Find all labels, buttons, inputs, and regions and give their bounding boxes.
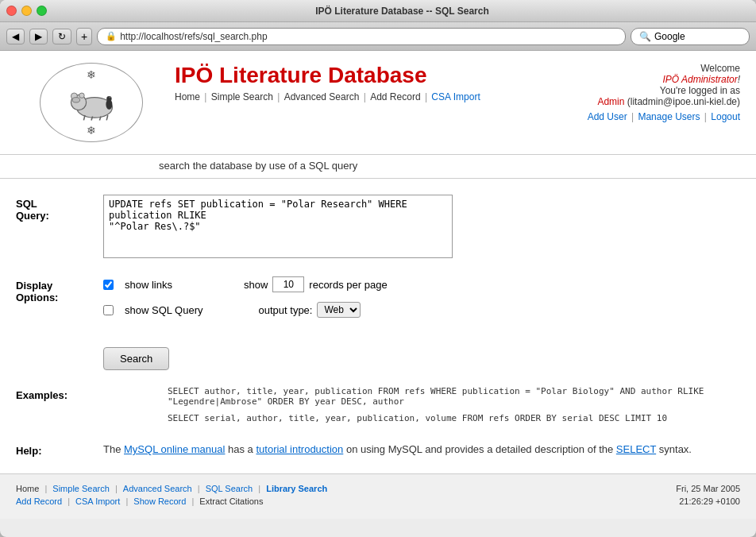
records-per-page-group: show records per page bbox=[244, 276, 388, 292]
select-syntax-link[interactable]: SELECT bbox=[616, 443, 656, 455]
site-title-area: IPÖ Literature Database Home | Simple Se… bbox=[167, 63, 565, 102]
back-button[interactable]: ◀ bbox=[6, 29, 25, 44]
footer-links-2: Add Record | CSA Import | Show Record | … bbox=[16, 496, 263, 506]
logo-area: ❄ bbox=[16, 63, 167, 142]
add-user-link[interactable]: Add User bbox=[588, 111, 627, 122]
footer-row-1: Home | Simple Search | Advanced Search |… bbox=[16, 484, 740, 493]
footer-sql-search[interactable]: SQL Search bbox=[206, 484, 253, 493]
titlebar: IPÖ Literature Database -- SQL Search bbox=[0, 0, 756, 22]
site-nav: Home | Simple Search | Advanced Search |… bbox=[175, 91, 565, 102]
show-label: show bbox=[244, 279, 268, 291]
admin-name-link[interactable]: Admin bbox=[597, 96, 624, 107]
main-content: SQLQuery: UPDATE refs SET publication = … bbox=[0, 179, 756, 473]
footer-simple-search[interactable]: Simple Search bbox=[52, 484, 110, 493]
subheader: search the database by use of a SQL quer… bbox=[0, 155, 756, 179]
traffic-lights bbox=[6, 6, 47, 16]
help-label: Help: bbox=[16, 442, 103, 458]
examples-content: SELECT author, title, year, publication … bbox=[168, 386, 740, 430]
footer-home: Home bbox=[16, 484, 39, 493]
svg-point-4 bbox=[72, 98, 80, 102]
examples-section: Examples: SELECT author, title, year, pu… bbox=[16, 386, 740, 430]
examples-label: Examples: bbox=[16, 386, 80, 430]
svg-point-3 bbox=[79, 93, 84, 98]
example-query-2: SELECT serial, author, title, year, publ… bbox=[168, 413, 740, 423]
sql-query-row: SQLQuery: UPDATE refs SET publication = … bbox=[16, 195, 740, 261]
browser-search-bar[interactable]: 🔍 Google bbox=[631, 28, 750, 45]
site-header: ❄ bbox=[0, 51, 756, 155]
output-type-select[interactable]: Web RTF PDF CSV bbox=[317, 302, 361, 318]
polar-bear-logo bbox=[60, 83, 123, 122]
show-links-checkbox[interactable] bbox=[103, 280, 114, 290]
show-sql-row: show SQL Query output type: Web RTF PDF … bbox=[103, 302, 740, 318]
example-query-1: SELECT author, title, year, publication … bbox=[168, 386, 740, 407]
maximize-button[interactable] bbox=[37, 6, 47, 16]
svg-line-8 bbox=[106, 115, 108, 120]
page-content: ❄ bbox=[0, 51, 756, 519]
user-links: Add User | Manage Users | Logout bbox=[565, 111, 740, 122]
output-type-label: output type: bbox=[259, 304, 313, 316]
footer-csa-import[interactable]: CSA Import bbox=[75, 496, 120, 506]
display-options-row: DisplayOptions: show links show records … bbox=[16, 276, 740, 327]
footer-add-record[interactable]: Add Record bbox=[16, 496, 62, 506]
site-title: IPÖ Literature Database bbox=[175, 63, 565, 88]
show-links-row: show links show records per page bbox=[103, 276, 740, 292]
display-options-field: show links show records per page show SQ… bbox=[103, 276, 740, 327]
minimize-button[interactable] bbox=[21, 6, 32, 16]
site-footer: Home | Simple Search | Advanced Search |… bbox=[0, 473, 756, 519]
svg-point-10 bbox=[106, 96, 111, 101]
show-sql-label: show SQL Query bbox=[125, 304, 203, 316]
nav-simple-search[interactable]: Simple Search bbox=[211, 91, 273, 102]
help-content: The MySQL online manual has a tutorial i… bbox=[103, 442, 740, 458]
mysql-manual-link[interactable]: MySQL online manual bbox=[124, 443, 225, 455]
footer-library-search[interactable]: Library Search bbox=[266, 484, 327, 493]
nav-home[interactable]: Home bbox=[175, 91, 200, 102]
footer-datetime-2: 21:26:29 +0100 bbox=[679, 496, 740, 506]
show-sql-checkbox[interactable] bbox=[103, 305, 114, 315]
footer-advanced-search[interactable]: Advanced Search bbox=[123, 484, 192, 493]
snowflake-top-icon: ❄ bbox=[87, 68, 96, 81]
admin-link[interactable]: IPÖ Administrator bbox=[662, 74, 737, 85]
show-links-label: show links bbox=[125, 279, 172, 291]
search-button[interactable]: Search bbox=[103, 347, 169, 370]
per-page-input[interactable] bbox=[272, 276, 304, 292]
new-tab-button[interactable]: + bbox=[76, 28, 92, 45]
user-info: Welcome IPÖ Administrator! You're logged… bbox=[565, 63, 740, 122]
snowflake-bottom-icon: ❄ bbox=[87, 124, 96, 137]
footer-show-record[interactable]: Show Record bbox=[133, 496, 186, 506]
addressbar: ◀ ▶ ↻ + 🔒 http://localhost/refs/sql_sear… bbox=[0, 22, 756, 51]
close-button[interactable] bbox=[6, 6, 17, 16]
records-per-page-label: records per page bbox=[309, 279, 387, 291]
sql-field: UPDATE refs SET publication = "Polar Res… bbox=[103, 195, 740, 261]
footer-datetime-1: Fri, 25 Mar 2005 bbox=[676, 484, 740, 493]
welcome-text: Welcome IPÖ Administrator! You're logged… bbox=[565, 63, 740, 107]
footer-links-1: Home | Simple Search | Advanced Search |… bbox=[16, 484, 327, 493]
search-button-container: Search bbox=[103, 343, 740, 370]
window-title: IPÖ Literature Database -- SQL Search bbox=[55, 6, 750, 17]
nav-csa-import[interactable]: CSA Import bbox=[431, 91, 480, 102]
nav-add-record[interactable]: Add Record bbox=[370, 91, 420, 102]
help-section: Help: The MySQL online manual has a tuto… bbox=[16, 442, 740, 458]
logout-link[interactable]: Logout bbox=[711, 111, 740, 122]
refresh-button[interactable]: ↻ bbox=[52, 29, 71, 44]
search-label: Google bbox=[654, 31, 685, 42]
sql-textarea[interactable]: UPDATE refs SET publication = "Polar Res… bbox=[103, 195, 453, 258]
output-type-group: output type: Web RTF PDF CSV bbox=[259, 302, 361, 318]
url-text: http://localhost/refs/sql_search.php bbox=[120, 31, 267, 42]
tutorial-link[interactable]: tutorial introduction bbox=[256, 443, 343, 455]
footer-row-2: Add Record | CSA Import | Show Record | … bbox=[16, 496, 740, 506]
nav-advanced-search[interactable]: Advanced Search bbox=[284, 91, 360, 102]
manage-users-link[interactable]: Manage Users bbox=[638, 111, 700, 122]
sql-label: SQLQuery: bbox=[16, 195, 103, 222]
url-icon: 🔒 bbox=[106, 31, 117, 41]
footer-extract-citations: Extract Citations bbox=[199, 496, 263, 506]
subheader-text: search the database by use of a SQL quer… bbox=[159, 160, 357, 172]
forward-button[interactable]: ▶ bbox=[29, 29, 48, 44]
display-options-label: DisplayOptions: bbox=[16, 276, 103, 303]
logo-circle: ❄ bbox=[40, 63, 143, 142]
search-icon: 🔍 bbox=[639, 31, 651, 42]
url-bar[interactable]: 🔒 http://localhost/refs/sql_search.php bbox=[97, 28, 626, 45]
